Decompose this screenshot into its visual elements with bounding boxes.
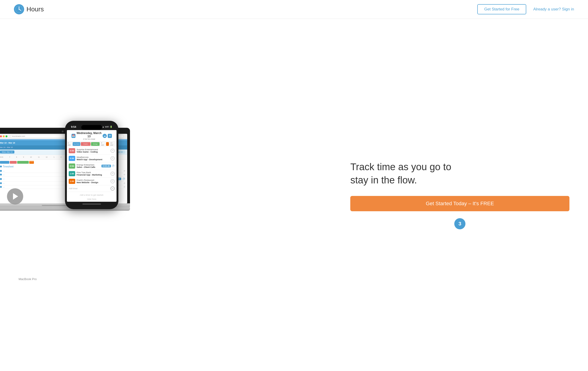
iphone-app-toolbar: 📅 Wednesday, March 13 2:54 hrs total ☁ ⚙ (69, 131, 114, 140)
play-button[interactable] (7, 188, 23, 204)
entry-project-1: Video Game - Coding (77, 151, 109, 153)
entry-clock-5: ⏱ (111, 179, 115, 183)
clock-icon (14, 4, 24, 14)
iphone-date: Wednesday, March 13 (75, 131, 103, 138)
entry-clock-2: ⏱ (111, 156, 115, 160)
iphone-notch (81, 125, 102, 130)
iphone-total: 2:54 hrs total (75, 138, 103, 140)
entry-time-4: 1:00 (69, 171, 75, 176)
gear-icon: ⚙ (108, 134, 112, 138)
entry-clock-4: ⏱ (111, 171, 115, 176)
iphone-entry-1: 0:00 Surprise Entertainment Video Game -… (67, 147, 116, 155)
header-nav: Get Started for Free Already a user? Sig… (477, 4, 574, 14)
iphone-entries: 0:00 Surprise Entertainment Video Game -… (67, 147, 116, 192)
logo-text: Hours (26, 6, 44, 13)
tl-seg-3: Energy (91, 142, 100, 146)
running-clock-icon: ⏱ (112, 164, 115, 168)
iphone-entry-4: 1:00 Pine Tree Bank Financial App - Mark… (67, 170, 116, 178)
maximize-btn (6, 135, 7, 137)
camera-dot (62, 130, 63, 132)
entry-project-3: Sales - Client Calls (77, 166, 100, 168)
iphone-status-icons: ▲ WiFi 🔋 (102, 126, 112, 128)
entry-project-4: Financial App - Marketing (77, 174, 109, 176)
minimize-btn (3, 135, 5, 137)
entry-client-3: Energy Enterprises (77, 164, 100, 166)
entry-client-4: Pine Tree Bank (77, 171, 109, 174)
macbook-label: MacBook Pro (19, 277, 37, 281)
iphone-status-bar: 9:54 ▲ WiFi 🔋 (67, 124, 116, 130)
iphone-entry-3: 0:54 Energy Enterprises Sales - Client C… (67, 162, 116, 170)
iphone-home-indicator (67, 202, 116, 206)
iphone-entry-5: 1:00 Frank's Restaurant New Website - De… (67, 178, 116, 185)
svg-point-5 (19, 9, 20, 10)
header: Hours Get Started for Free Already a use… (0, 0, 588, 19)
cta-main-button[interactable]: Get Started Today – It's FREE (350, 196, 569, 211)
play-triangle-icon (13, 193, 18, 200)
iphone-entry-2: 0:00 Weathercorp Watch App - Development… (67, 155, 116, 162)
get-started-free-button[interactable]: Get Started for Free (477, 4, 526, 14)
add-timer-row[interactable]: Add timer + (67, 185, 116, 192)
cloud-icon: ☁ (103, 134, 107, 138)
entry-client-5: Frank's Restaurant (77, 179, 109, 181)
logo-area: Hours (14, 4, 44, 14)
entry-clock-1: ⏱ (111, 149, 115, 153)
entry-time-2: 0:00 (69, 156, 75, 161)
iphone-hint: Add a timer to get started. (67, 192, 116, 198)
close-btn (0, 135, 2, 137)
tl-seg-1: Sea Bank (73, 142, 80, 146)
running-time-badge: 0:03:45 (101, 165, 111, 167)
badge-number: 3 (454, 218, 465, 229)
iphone-device: 9:54 ▲ WiFi 🔋 📅 Wednes (65, 121, 118, 209)
date-tab: Wed, Mar 13 (0, 150, 14, 153)
entry-client-2: Weathercorp (77, 156, 109, 158)
iphone-time: 9:54 (71, 125, 76, 128)
text-section: Track time as you go to stay in the flow… (341, 160, 588, 229)
add-plus-icon[interactable]: + (111, 186, 115, 191)
entry-project-2: Watch App - Development (77, 158, 109, 161)
sign-in-link[interactable]: Already a user? Sign in (533, 7, 574, 12)
calendar-icon: 📅 (72, 134, 75, 138)
main-content: hourstrackr.com Mar 10 - Mar 16 Mar 10 -… (0, 19, 588, 371)
devices-section: hourstrackr.com Mar 10 - Mar 16 Mar 10 -… (0, 119, 341, 281)
iphone-timeline: 8 AM Sea Bank Frank's Energy 9 AM 10 AM (67, 141, 116, 147)
iphone-screen: 📅 Wednesday, March 13 2:54 hrs total ☁ ⚙ (67, 130, 116, 202)
tl-seg-4 (106, 142, 109, 146)
entry-time-1: 0:00 (69, 148, 75, 153)
entry-client-1: Surprise Entertainment (77, 148, 109, 151)
entry-time-5: 1:00 (69, 179, 75, 184)
iphone-app-header: 📅 Wednesday, March 13 2:54 hrs total ☁ ⚙ (67, 130, 116, 141)
tl-seg-2: Frank's (81, 142, 91, 146)
entry-time-3: 0:54 (69, 163, 75, 169)
iphone-hide-hints[interactable]: Hide hints (67, 198, 116, 202)
home-bar (82, 204, 101, 204)
tagline: Track time as you go to stay in the flow… (350, 160, 451, 187)
entry-project-5: New Website - Design (77, 181, 109, 184)
